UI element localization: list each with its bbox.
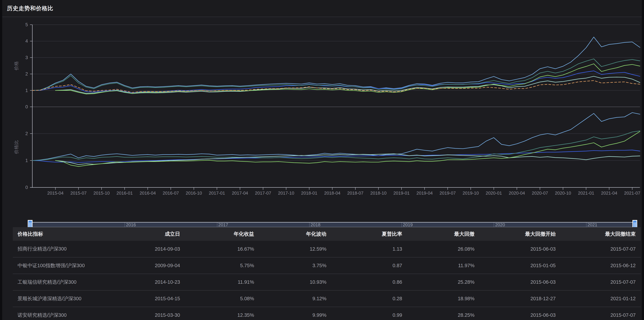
table-header-cell: 年化收益 bbox=[185, 227, 259, 241]
x-tick-label: 2021-07 bbox=[624, 191, 640, 196]
table-cell: 9.12% bbox=[259, 290, 332, 307]
table-cell: 2014-09-03 bbox=[121, 241, 185, 257]
slider-year-label: 2016 bbox=[124, 223, 136, 227]
table-cell: 2015-07-07 bbox=[561, 307, 641, 320]
ratio-series-line-3 bbox=[56, 154, 640, 165]
table-header-cell: 最大回撤 bbox=[407, 227, 480, 241]
table-cell: 2015-07-07 bbox=[561, 274, 641, 290]
table-cell: 12.59% bbox=[259, 241, 332, 257]
slider-year-label: 2021 bbox=[586, 223, 597, 227]
table-cell: 10.93% bbox=[259, 274, 332, 290]
table-cell: 2015-01-05 bbox=[480, 257, 561, 274]
price-y-tick-label: 2 bbox=[25, 71, 28, 77]
page: 历史走势和价格比 0123450122015-042015-072015-102… bbox=[0, 0, 644, 320]
price-series-line-0 bbox=[32, 37, 640, 90]
table-cell: 5.75% bbox=[185, 257, 259, 274]
x-tick-label: 2017-07 bbox=[255, 191, 271, 196]
table-cell: 2018-12-27 bbox=[480, 290, 561, 307]
x-tick-label: 2015-07 bbox=[70, 191, 86, 196]
table-cell: 9.99% bbox=[259, 307, 332, 320]
table-cell: 2015-03-30 bbox=[121, 307, 185, 320]
x-tick-label: 2019-01 bbox=[393, 191, 410, 196]
table-cell: 16.67% bbox=[185, 241, 259, 257]
table-row: 景顺长城沪港深精选/沪深3002015-04-155.08%9.12%0.281… bbox=[13, 290, 641, 307]
x-tick-label: 2017-01 bbox=[209, 191, 225, 196]
table-header-cell: 成立日 bbox=[121, 227, 185, 241]
slider-year-label: 2020 bbox=[494, 223, 505, 227]
page-title: 历史走势和价格比 bbox=[7, 5, 53, 12]
table-cell: 11.97% bbox=[407, 257, 480, 274]
table-cell: 招商行业精选/沪深300 bbox=[13, 241, 121, 257]
ratio-y-tick-label: 0 bbox=[25, 185, 28, 190]
table-header-cell: 最大回撤结束 bbox=[561, 227, 641, 241]
table-cell: 2015-06-03 bbox=[480, 307, 561, 320]
table-header-cell: 最大回撤开始 bbox=[480, 227, 561, 241]
table-cell: 2015-04-15 bbox=[121, 290, 185, 307]
x-tick-label: 2018-07 bbox=[347, 191, 363, 196]
slider-year-label: 2017 bbox=[217, 223, 228, 227]
x-tick-label: 2016-07 bbox=[163, 191, 179, 196]
table-cell: 5.08% bbox=[185, 290, 259, 307]
table-cell: 中银中证100指数增强/沪深300 bbox=[13, 257, 121, 274]
history-chart[interactable]: 0123450122015-042015-072015-102016-01201… bbox=[2, 17, 642, 203]
x-tick-label: 2018-10 bbox=[370, 191, 386, 196]
table-cell: 18.98% bbox=[407, 290, 480, 307]
table-cell: 2015-06-12 bbox=[561, 257, 641, 274]
price-y-tick-label: 3 bbox=[25, 55, 28, 60]
datazoom-track[interactable]: 201620172018201920202021 bbox=[30, 222, 635, 227]
x-tick-label: 2018-04 bbox=[324, 191, 340, 196]
x-tick-label: 2015-04 bbox=[47, 191, 64, 196]
x-tick-label: 2020-01 bbox=[486, 191, 502, 196]
price-y-tick-label: 0 bbox=[25, 104, 28, 109]
slider-year-label: 2019 bbox=[402, 223, 413, 227]
table-cell: 景顺长城沪港深精选/沪深300 bbox=[13, 290, 121, 307]
price-y-tick-label: 1 bbox=[25, 88, 28, 93]
x-tick-label: 2017-10 bbox=[278, 191, 294, 196]
table-cell: 28.25% bbox=[407, 307, 480, 320]
ratio-series-line-4 bbox=[56, 131, 640, 166]
table-row: 工银瑞信研究精选/沪深3002014-10-2311.91%10.93%0.86… bbox=[13, 274, 641, 290]
x-tick-label: 2019-04 bbox=[416, 191, 432, 196]
x-tick-label: 2020-10 bbox=[555, 191, 571, 196]
table-cell: 2014-10-23 bbox=[121, 274, 185, 290]
x-tick-label: 2020-04 bbox=[509, 191, 525, 196]
charts-svg: 0123450122015-042015-072015-102016-01201… bbox=[2, 17, 642, 215]
table-cell: 0.28 bbox=[332, 290, 407, 307]
table-cell: 0.86 bbox=[332, 274, 407, 290]
table-cell: 2015-06-03 bbox=[480, 241, 561, 257]
ratio-y-tick-label: 2 bbox=[25, 131, 28, 136]
table-row: 诺安研究精选/沪深3002015-03-3012.35%9.99%0.9928.… bbox=[13, 307, 641, 320]
x-tick-label: 2016-10 bbox=[186, 191, 202, 196]
table-cell: 2021-01-12 bbox=[561, 290, 641, 307]
x-tick-label: 2018-01 bbox=[301, 191, 317, 196]
price-y-tick-label: 5 bbox=[25, 22, 28, 27]
table-header-row: 价格比指标成立日年化收益年化波动夏普比率最大回撤最大回撤开始最大回撤结束 bbox=[13, 227, 641, 241]
x-tick-label: 2021-04 bbox=[601, 191, 617, 196]
price-series-line-2 bbox=[32, 59, 640, 90]
x-tick-label: 2019-10 bbox=[462, 191, 479, 196]
ratio-series-line-0 bbox=[32, 113, 640, 161]
x-tick-label: 2017-04 bbox=[232, 191, 248, 196]
price-series-line-5 bbox=[32, 81, 640, 92]
table-cell: 2015-06-03 bbox=[480, 274, 561, 290]
x-tick-label: 2020-07 bbox=[532, 191, 548, 196]
ratio-y-tick-label: 1 bbox=[25, 158, 28, 163]
card-header: 历史走势和价格比 bbox=[2, 0, 642, 17]
main-panel: 历史走势和价格比 0123450122015-042015-072015-102… bbox=[2, 0, 642, 320]
slider-year-label: 2018 bbox=[309, 223, 320, 227]
table-row: 招商行业精选/沪深3002014-09-0316.67%12.59%1.1326… bbox=[13, 241, 641, 257]
table-cell: 0.87 bbox=[332, 257, 407, 274]
x-tick-label: 2016-01 bbox=[116, 191, 133, 196]
table-cell: 12.35% bbox=[185, 307, 259, 320]
table-cell: 2009-09-04 bbox=[121, 257, 185, 274]
table-header-cell: 价格比指标 bbox=[13, 227, 121, 241]
table-cell: 3.75% bbox=[259, 257, 332, 274]
table-cell: 工银瑞信研究精选/沪深300 bbox=[13, 274, 121, 290]
ratio-metrics-table: 价格比指标成立日年化收益年化波动夏普比率最大回撤最大回撤开始最大回撤结束 招商行… bbox=[13, 227, 641, 320]
x-tick-label: 2021-01 bbox=[578, 191, 594, 196]
table-cell: 2015-07-07 bbox=[561, 241, 641, 257]
price-series-line-3 bbox=[56, 76, 640, 94]
table-cell: 诺安研究精选/沪深300 bbox=[13, 307, 121, 320]
table-header-cell: 夏普比率 bbox=[332, 227, 407, 241]
table-cell: 1.13 bbox=[332, 241, 407, 257]
